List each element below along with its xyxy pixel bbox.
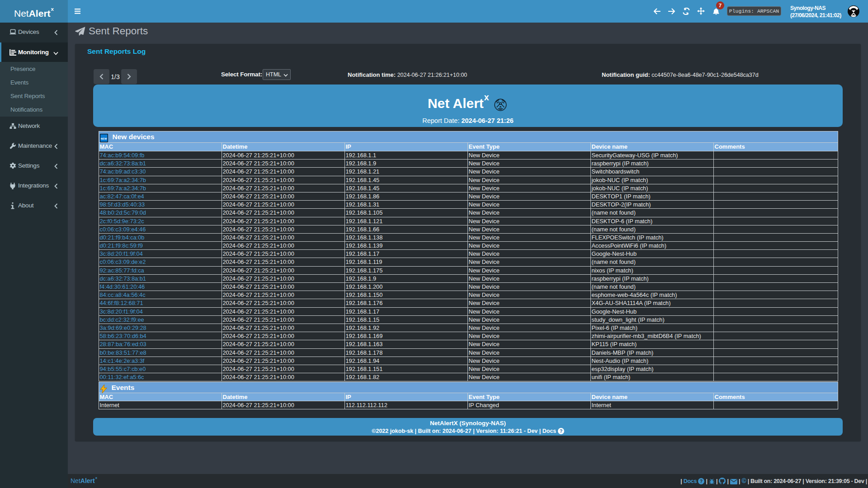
svg-text:NEW: NEW <box>100 137 107 140</box>
svg-text:?: ? <box>560 428 562 434</box>
svg-text:?: ? <box>700 479 703 484</box>
